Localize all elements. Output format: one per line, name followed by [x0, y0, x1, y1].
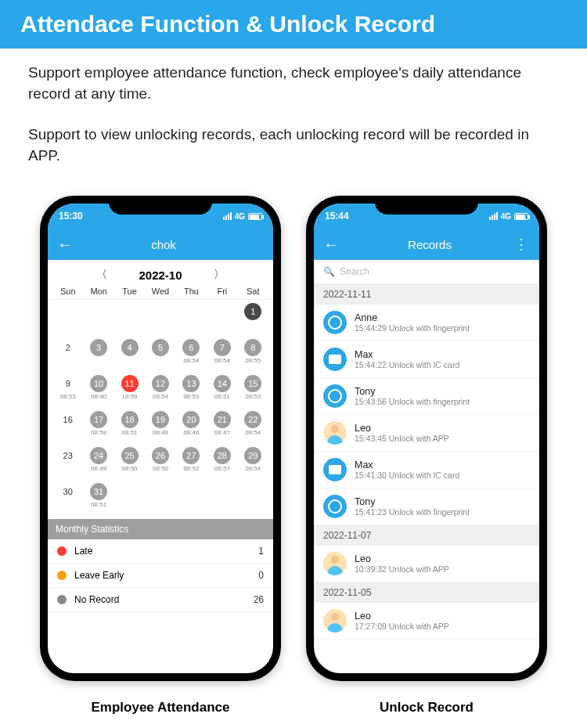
phone-attendance: 15:30 4G ← chok 〈 2022-10 〉 SunMonTueWed…	[40, 196, 281, 681]
status-dot-icon	[57, 571, 67, 580]
record-desc: 10:39:32 Unlock with APP	[355, 564, 530, 574]
date-section-header: 2022-11-11	[314, 284, 539, 305]
record-desc: 15:44:29 Unlock with fingerprint	[355, 323, 530, 333]
records-list: 2022-11-11Anne15:44:29 Unlock with finge…	[314, 284, 539, 673]
calendar-cell[interactable]: 2908:54	[238, 447, 268, 481]
calendar-cell[interactable]: 30	[52, 483, 83, 517]
calendar-cell[interactable]	[52, 303, 83, 337]
record-row[interactable]: Max15:41:30 Unlock with IC card	[314, 452, 539, 488]
calendar-cell[interactable]: 1408:51	[207, 375, 237, 409]
date-number: 23	[59, 447, 77, 464]
record-row[interactable]: Leo17:27:09 Unlock with APP	[314, 603, 539, 640]
calendar-cell[interactable]: 16	[52, 411, 83, 445]
calendar-cell[interactable]: 2108:47	[207, 411, 237, 445]
calendar-cell[interactable]: 1808:51	[114, 411, 145, 445]
date-time: 08:53	[245, 393, 261, 400]
record-row[interactable]: Tony15:43:56 Unlock with fingerprint	[314, 378, 539, 415]
calendar-cell[interactable]	[176, 483, 207, 517]
calendar-cell[interactable]: 23	[52, 447, 83, 481]
calendar-cell[interactable]: 708:54	[207, 339, 237, 373]
stats-list: Late1Leave Early0No Record26	[48, 539, 273, 612]
search-bar[interactable]: 🔍 Search	[314, 260, 539, 284]
record-row[interactable]: Leo15:43:45 Unlock with APP	[314, 415, 539, 452]
record-row[interactable]: Tony15:41:23 Unlock with fingerprint	[314, 488, 539, 525]
date-time: 08:54	[153, 393, 168, 400]
record-row[interactable]: Anne15:44:29 Unlock with fingerprint	[314, 305, 539, 341]
notch	[375, 196, 478, 214]
network-label: 4G	[501, 212, 511, 221]
stat-row[interactable]: No Record26	[48, 588, 273, 612]
calendar-cell[interactable]	[145, 303, 175, 337]
calendar-cell[interactable]	[145, 483, 175, 517]
back-icon[interactable]: ←	[57, 236, 73, 254]
calendar-cell[interactable]: 2708:52	[176, 447, 207, 481]
calendar-cell[interactable]	[114, 483, 145, 517]
calendar-cell[interactable]: 2408:49	[83, 447, 113, 481]
weekday-label: Sun	[52, 287, 83, 296]
date-number: 5	[152, 339, 169, 356]
calendar-cell[interactable]: 2508:50	[114, 447, 145, 481]
date-number: 10	[90, 375, 107, 392]
calendar-cell[interactable]: 1908:48	[145, 411, 175, 445]
calendar-cell[interactable]: 808:55	[238, 339, 268, 373]
appbar-title: Records	[345, 238, 514, 251]
calendar-cell[interactable]: 5	[145, 339, 175, 373]
date-number: 1	[244, 303, 261, 320]
calendar-cell[interactable]: 2	[52, 339, 83, 373]
weekday-label: Wed	[145, 287, 175, 296]
calendar-cell[interactable]: 1	[238, 303, 268, 337]
calendar-cell[interactable]: 1110:59	[114, 375, 145, 409]
date-time: 08:40	[91, 393, 106, 400]
calendar-cell[interactable]: 2208:54	[238, 411, 268, 445]
calendar-cell[interactable]	[207, 303, 237, 337]
calendar-cell[interactable]: 608:54	[176, 339, 207, 373]
date-time: 08:48	[153, 429, 168, 436]
prev-month-icon[interactable]: 〈	[96, 268, 107, 282]
calendar-cell[interactable]: 3108:51	[83, 483, 113, 517]
calendar-cell[interactable]: 2008:46	[176, 411, 207, 445]
calendar-cell[interactable]: 1708:58	[83, 411, 113, 445]
description-1: Support employee attendance function, ch…	[0, 49, 587, 110]
record-desc: 15:41:23 Unlock with fingerprint	[355, 507, 530, 517]
calendar-cell[interactable]	[238, 483, 268, 517]
record-row[interactable]: Leo10:39:32 Unlock with APP	[314, 546, 539, 582]
calendar-cell[interactable]: 1208:54	[145, 375, 175, 409]
calendar-cell[interactable]	[207, 483, 237, 517]
calendar-cell[interactable]: 1008:40	[83, 375, 113, 409]
date-time: 08:57	[214, 465, 230, 472]
date-number: 12	[152, 375, 169, 392]
next-month-icon[interactable]: 〉	[214, 268, 225, 282]
date-time: 08:46	[183, 429, 199, 436]
calendar-cell[interactable]: 1508:53	[238, 375, 268, 409]
date-time: 08:54	[245, 465, 261, 472]
calendar-cell[interactable]	[176, 303, 207, 337]
calendar-cell[interactable]: 3	[83, 339, 113, 373]
more-icon[interactable]: ⋮	[514, 236, 530, 253]
calendar-cell[interactable]: 1308:53	[176, 375, 207, 409]
status-time: 15:30	[59, 211, 83, 222]
record-row[interactable]: Max15:44:22 Unlock with IC card	[314, 341, 539, 378]
status-time: 15:44	[325, 211, 349, 222]
stat-value: 26	[254, 594, 264, 605]
caption-records: Unlock Record	[306, 689, 547, 728]
calendar-cell[interactable]	[83, 303, 113, 337]
stat-row[interactable]: Late1	[48, 539, 273, 564]
calendar-cell[interactable]: 4	[114, 339, 145, 373]
date-number: 17	[90, 411, 107, 428]
date-time: 08:51	[214, 393, 230, 400]
battery-icon	[248, 213, 262, 220]
calendar-cell[interactable]: 908:53	[52, 375, 83, 409]
card-icon	[323, 348, 347, 371]
record-name: Max	[355, 349, 530, 360]
back-icon[interactable]: ←	[323, 236, 339, 254]
calendar-cell[interactable]: 2608:50	[145, 447, 175, 481]
date-number: 20	[182, 411, 200, 428]
battery-icon	[514, 213, 528, 220]
date-number: 24	[90, 447, 107, 464]
calendar-cell[interactable]: 2808:57	[207, 447, 237, 481]
search-icon: 🔍	[323, 266, 335, 277]
record-desc: 17:27:09 Unlock with APP	[355, 622, 530, 631]
search-placeholder: Search	[340, 266, 369, 277]
calendar-cell[interactable]	[114, 303, 145, 337]
stat-row[interactable]: Leave Early0	[48, 564, 273, 588]
